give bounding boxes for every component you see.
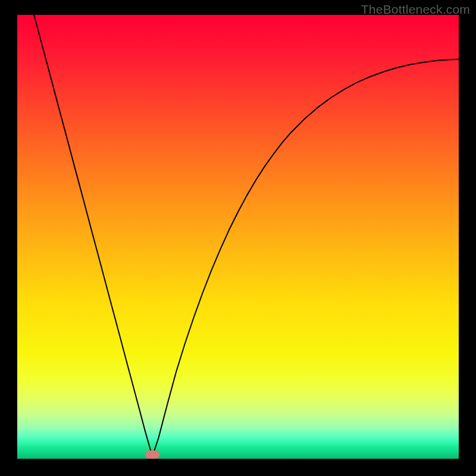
minimum-marker [145, 450, 159, 459]
bottleneck-curve [17, 15, 459, 459]
chart-frame: TheBottleneck.com [0, 0, 476, 476]
watermark: TheBottleneck.com [361, 2, 470, 17]
plot-area [17, 15, 459, 459]
